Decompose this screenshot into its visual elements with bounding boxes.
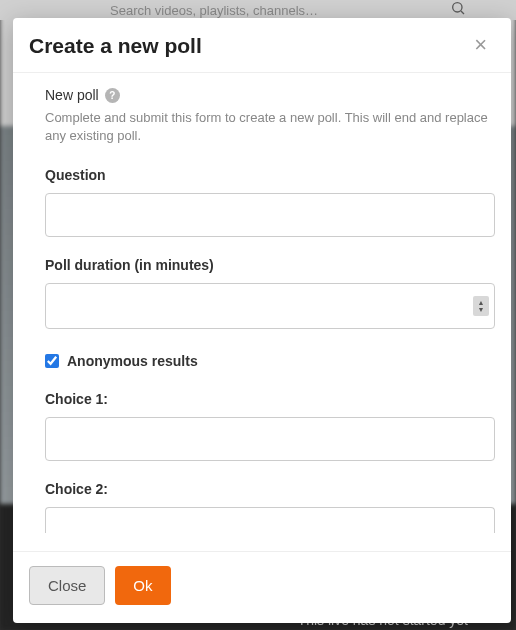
question-input[interactable] bbox=[45, 193, 495, 237]
close-icon[interactable]: × bbox=[470, 34, 491, 56]
duration-field-wrap: ▲▼ bbox=[45, 283, 495, 329]
choice-2-input[interactable] bbox=[45, 507, 495, 533]
anonymous-row[interactable]: Anonymous results bbox=[45, 353, 495, 369]
choice-2-label: Choice 2: bbox=[45, 481, 495, 497]
create-poll-modal: Create a new poll × New poll ? Complete … bbox=[13, 18, 511, 623]
help-text: Complete and submit this form to create … bbox=[45, 109, 495, 145]
modal-header: Create a new poll × bbox=[13, 18, 511, 72]
help-icon[interactable]: ? bbox=[105, 88, 120, 103]
duration-label: Poll duration (in minutes) bbox=[45, 257, 495, 273]
modal-footer: Close Ok bbox=[13, 552, 511, 623]
section-label-row: New poll ? bbox=[45, 87, 495, 103]
section-label: New poll bbox=[45, 87, 99, 103]
number-stepper-icon[interactable]: ▲▼ bbox=[473, 296, 489, 316]
duration-input[interactable] bbox=[45, 283, 495, 329]
anonymous-checkbox[interactable] bbox=[45, 354, 59, 368]
modal-title: Create a new poll bbox=[29, 34, 202, 58]
question-label: Question bbox=[45, 167, 495, 183]
modal-body: New poll ? Complete and submit this form… bbox=[13, 73, 511, 551]
choice-1-input[interactable] bbox=[45, 417, 495, 461]
ok-button[interactable]: Ok bbox=[115, 566, 170, 605]
close-button[interactable]: Close bbox=[29, 566, 105, 605]
choice-1-label: Choice 1: bbox=[45, 391, 495, 407]
anonymous-label: Anonymous results bbox=[67, 353, 198, 369]
